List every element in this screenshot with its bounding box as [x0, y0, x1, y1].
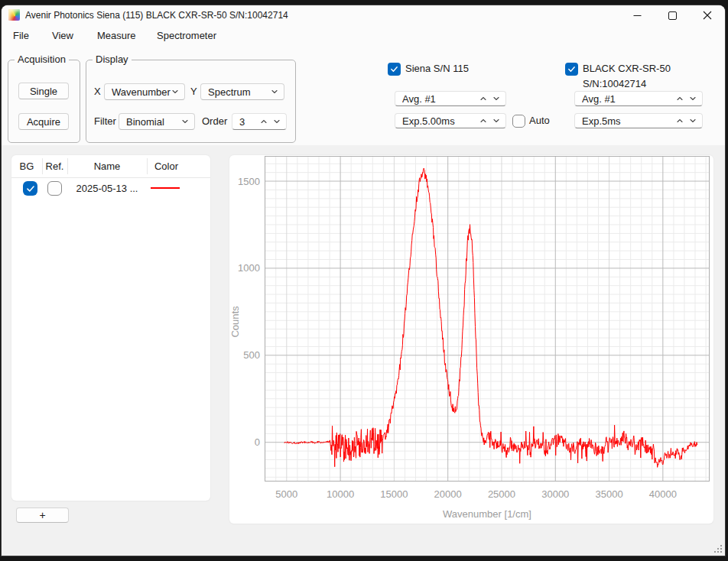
spectrum-chart[interactable]: 500010000150002000025000300003500040000 … [229, 155, 713, 524]
x-axis-label: X [94, 83, 101, 100]
check-icon [567, 65, 576, 73]
x-axis-title: Wavenumber [1/cm] [443, 508, 531, 520]
close-icon [703, 11, 712, 20]
svg-text:1500: 1500 [238, 176, 260, 187]
menu-bar: File View Measure Spectrometer [2, 25, 725, 46]
title-bar[interactable]: Avenir Photonics Siena (115) BLACK CXR-S… [2, 5, 725, 25]
y-axis-label: Y [190, 83, 197, 100]
svg-text:0: 0 [255, 436, 260, 448]
grid-minor-lines [265, 156, 710, 482]
black-avg-spinner[interactable]: Avg. #1 [574, 91, 703, 106]
siena-avg-spinner[interactable]: Avg. #1 [395, 91, 506, 106]
menu-view[interactable]: View [52, 25, 73, 46]
chevron-down-icon[interactable] [273, 118, 281, 125]
svg-text:1000: 1000 [238, 262, 260, 274]
column-header-name[interactable]: Name [67, 155, 147, 177]
chevron-up-icon[interactable] [479, 117, 487, 125]
svg-text:500: 500 [243, 349, 260, 361]
check-icon [390, 65, 398, 73]
menu-measure[interactable]: Measure [97, 25, 136, 46]
order-spinner[interactable]: 3 [232, 113, 287, 130]
auto-label: Auto [529, 114, 550, 128]
filter-value: Binomial [126, 116, 181, 128]
acquire-button[interactable]: Acquire [18, 113, 69, 130]
y-axis-title: Counts [229, 306, 241, 338]
filter-label: Filter [94, 113, 116, 130]
check-icon [26, 184, 35, 193]
black-cxr-label: BLACK CXR-SR-50 S/N:10042714 [583, 61, 725, 76]
window-title: Avenir Photonics Siena (115) BLACK CXR-S… [25, 5, 288, 25]
chevron-up-icon[interactable] [260, 118, 268, 125]
menu-spectrometer[interactable]: Spectrometer [157, 25, 216, 46]
order-value: 3 [239, 116, 260, 128]
chart-panel: 500010000150002000025000300003500040000 … [229, 155, 713, 524]
chevron-up-icon[interactable] [479, 95, 487, 102]
column-separator [67, 158, 68, 174]
display-legend: Display [93, 54, 132, 66]
siena-checkbox[interactable] [388, 63, 401, 76]
single-button[interactable]: Single [18, 83, 69, 99]
chevron-up-icon[interactable] [676, 117, 684, 125]
chevron-down-icon [181, 118, 189, 125]
add-spectrum-button[interactable]: + [16, 507, 69, 523]
column-header-bg[interactable]: BG [11, 155, 42, 177]
siena-exposure-value: Exp.5.00ms [402, 115, 479, 127]
row-bg-checkbox[interactable] [23, 181, 37, 196]
content-area: BG Ref. Name Color 2025-05-13 ... + [2, 145, 725, 556]
black-exposure-spinner[interactable]: Exp.5ms [574, 113, 703, 128]
order-label: Order [202, 113, 227, 130]
spectra-list-panel: BG Ref. Name Color 2025-05-13 ... [11, 155, 210, 501]
column-header-color[interactable]: Color [147, 155, 186, 177]
row-color-swatch[interactable] [151, 187, 180, 189]
siena-exposure-spinner[interactable]: Exp.5.00ms [395, 113, 506, 128]
svg-text:20000: 20000 [434, 488, 462, 500]
black-cxr-checkbox[interactable] [565, 63, 578, 76]
app-icon [8, 9, 20, 21]
siena-avg-value: Avg. #1 [402, 93, 479, 105]
x-axis-value: Wavenumber [112, 86, 171, 98]
chevron-down-icon[interactable] [492, 117, 500, 125]
y-axis-combobox[interactable]: Spectrum [200, 83, 284, 100]
display-group: Display X Wavenumber Y Spectrum Filter B… [86, 60, 296, 143]
close-button[interactable] [690, 5, 725, 25]
black-exposure-value: Exp.5ms [582, 115, 676, 127]
column-header-ref[interactable]: Ref. [42, 155, 67, 177]
chevron-down-icon[interactable] [689, 95, 697, 102]
window-controls [619, 5, 725, 25]
menu-file[interactable]: File [13, 25, 29, 46]
y-axis-tick-labels: 050010001500 [238, 176, 260, 449]
maximize-button[interactable] [655, 5, 690, 25]
table-row[interactable]: 2025-05-13 ... [11, 177, 210, 199]
resize-grip[interactable] [714, 545, 723, 553]
chevron-down-icon[interactable] [689, 117, 697, 125]
x-axis-tick-labels: 500010000150002000025000300003500040000 [275, 488, 677, 500]
row-ref-checkbox[interactable] [47, 181, 62, 196]
maximize-icon [668, 11, 677, 20]
minimize-icon [633, 11, 642, 20]
acquisition-group: Acquisition Single Acquire [8, 60, 80, 143]
svg-text:15000: 15000 [380, 488, 408, 500]
plot-border [265, 157, 710, 482]
acquisition-legend: Acquisition [15, 54, 69, 66]
auto-checkbox[interactable] [512, 115, 525, 128]
chevron-down-icon[interactable] [492, 95, 500, 102]
filter-combobox[interactable]: Binomial [119, 113, 195, 130]
svg-text:25000: 25000 [488, 488, 515, 500]
black-avg-value: Avg. #1 [582, 93, 676, 105]
column-separator [147, 158, 148, 174]
svg-text:5000: 5000 [275, 488, 297, 500]
svg-text:35000: 35000 [595, 488, 622, 500]
app-window: Avenir Photonics Siena (115) BLACK CXR-S… [2, 5, 725, 556]
svg-text:10000: 10000 [327, 488, 354, 500]
chevron-up-icon[interactable] [676, 95, 684, 102]
svg-text:30000: 30000 [541, 488, 569, 500]
x-axis-combobox[interactable]: Wavenumber [104, 83, 185, 100]
siena-label: Siena S/N 115 [405, 61, 469, 76]
column-separator [42, 158, 43, 174]
chevron-down-icon [171, 88, 179, 96]
row-name: 2025-05-13 ... [67, 177, 147, 199]
chevron-down-icon [271, 88, 278, 96]
svg-text:40000: 40000 [649, 488, 677, 500]
y-axis-value: Spectrum [208, 86, 271, 98]
minimize-button[interactable] [619, 5, 655, 25]
